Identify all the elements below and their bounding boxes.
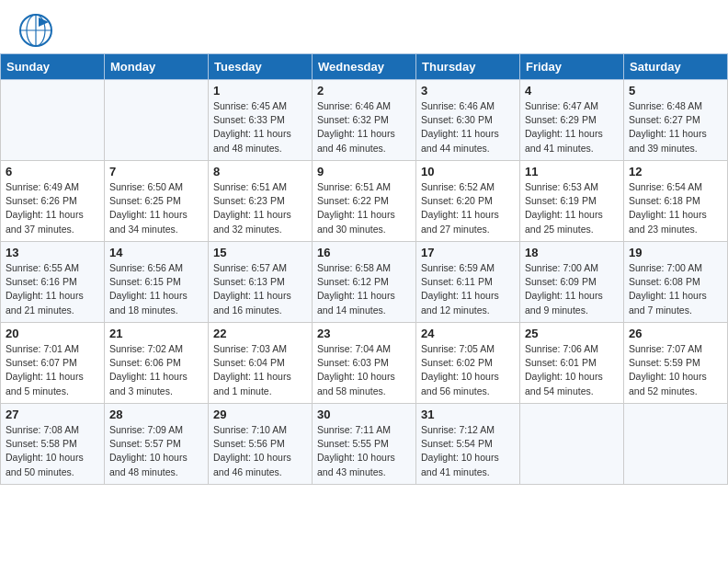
day-info: Sunset: 6:02 PM (421, 356, 515, 370)
day-info: Sunset: 5:59 PM (629, 356, 722, 370)
calendar-day: 21Sunrise: 7:02 AMSunset: 6:06 PMDayligh… (105, 323, 209, 404)
calendar-empty (1, 80, 105, 161)
day-number: 24 (421, 327, 515, 340)
day-info: Sunrise: 6:56 AM (109, 261, 203, 275)
calendar-day: 1Sunrise: 6:45 AMSunset: 6:33 PMDaylight… (209, 80, 313, 161)
calendar-day: 13Sunrise: 6:55 AMSunset: 6:16 PMDayligh… (1, 242, 105, 323)
day-number: 20 (6, 327, 99, 340)
calendar-day: 2Sunrise: 6:46 AMSunset: 6:32 PMDaylight… (313, 80, 416, 161)
calendar-day: 23Sunrise: 7:04 AMSunset: 6:03 PMDayligh… (313, 323, 416, 404)
day-info: Sunrise: 7:09 AM (109, 423, 203, 437)
calendar-day: 24Sunrise: 7:05 AMSunset: 6:02 PMDayligh… (416, 323, 520, 404)
day-info: Sunset: 6:33 PM (213, 113, 307, 127)
calendar-day: 12Sunrise: 6:54 AMSunset: 6:18 PMDayligh… (624, 161, 728, 242)
day-info: Daylight: 10 hours and 46 minutes. (213, 451, 307, 478)
day-number: 26 (629, 327, 722, 340)
calendar-day: 6Sunrise: 6:49 AMSunset: 6:26 PMDaylight… (1, 161, 105, 242)
calendar-day: 31Sunrise: 7:12 AMSunset: 5:54 PMDayligh… (416, 404, 520, 485)
day-number: 22 (213, 327, 307, 340)
day-number: 29 (213, 408, 307, 421)
day-number: 19 (629, 246, 722, 259)
logo (18, 13, 57, 48)
calendar-empty (520, 404, 624, 485)
day-info: Sunrise: 6:52 AM (421, 180, 515, 194)
calendar-day: 26Sunrise: 7:07 AMSunset: 5:59 PMDayligh… (624, 323, 728, 404)
day-info: Daylight: 11 hours and 25 minutes. (525, 208, 619, 236)
day-of-week-header: Friday (520, 54, 624, 80)
day-info: Sunrise: 6:55 AM (6, 261, 99, 275)
day-info: Sunset: 6:18 PM (629, 194, 722, 208)
calendar-day: 30Sunrise: 7:11 AMSunset: 5:55 PMDayligh… (313, 404, 416, 485)
day-info: Daylight: 11 hours and 37 minutes. (6, 208, 99, 236)
day-info: Sunset: 6:22 PM (317, 194, 411, 208)
day-info: Daylight: 11 hours and 23 minutes. (629, 208, 722, 236)
calendar-day: 22Sunrise: 7:03 AMSunset: 6:04 PMDayligh… (209, 323, 313, 404)
calendar-day: 15Sunrise: 6:57 AMSunset: 6:13 PMDayligh… (209, 242, 313, 323)
day-info: Daylight: 11 hours and 44 minutes. (421, 127, 515, 155)
header (0, 0, 728, 53)
day-info: Sunrise: 6:45 AM (213, 99, 307, 113)
day-number: 12 (629, 165, 722, 178)
day-info: Sunset: 5:54 PM (421, 437, 515, 451)
day-info: Sunset: 6:19 PM (525, 194, 619, 208)
day-info: Sunrise: 7:04 AM (317, 342, 411, 356)
day-info: Sunrise: 7:01 AM (6, 342, 99, 356)
day-info: Sunset: 6:11 PM (421, 275, 515, 289)
day-number: 7 (109, 165, 203, 178)
day-number: 28 (109, 408, 203, 421)
calendar-day: 10Sunrise: 6:52 AMSunset: 6:20 PMDayligh… (416, 161, 520, 242)
day-info: Sunset: 6:07 PM (6, 356, 99, 370)
calendar-week-row: 13Sunrise: 6:55 AMSunset: 6:16 PMDayligh… (1, 242, 728, 323)
day-info: Sunrise: 7:12 AM (421, 423, 515, 437)
day-info: Daylight: 11 hours and 41 minutes. (525, 127, 619, 155)
day-info: Sunrise: 7:05 AM (421, 342, 515, 356)
day-info: Daylight: 11 hours and 9 minutes. (525, 289, 619, 316)
day-info: Sunset: 6:20 PM (421, 194, 515, 208)
day-number: 30 (317, 408, 411, 421)
day-info: Daylight: 11 hours and 27 minutes. (421, 208, 515, 236)
day-info: Sunrise: 7:00 AM (629, 261, 722, 275)
day-info: Sunset: 6:08 PM (629, 275, 722, 289)
day-info: Daylight: 11 hours and 46 minutes. (317, 127, 411, 155)
day-number: 2 (317, 84, 411, 98)
day-info: Sunset: 6:29 PM (525, 113, 619, 127)
calendar-day: 3Sunrise: 6:46 AMSunset: 6:30 PMDaylight… (416, 80, 520, 161)
day-number: 5 (629, 84, 722, 98)
day-info: Sunrise: 7:06 AM (525, 342, 619, 356)
day-info: Daylight: 11 hours and 3 minutes. (109, 370, 203, 397)
day-info: Sunset: 5:56 PM (213, 437, 307, 451)
day-info: Sunrise: 6:47 AM (525, 99, 619, 113)
day-info: Sunset: 6:09 PM (525, 275, 619, 289)
day-info: Sunrise: 6:46 AM (317, 99, 411, 113)
day-info: Sunset: 6:32 PM (317, 113, 411, 127)
day-info: Daylight: 10 hours and 48 minutes. (109, 451, 203, 478)
day-of-week-header: Thursday (416, 54, 520, 80)
day-number: 3 (421, 84, 515, 98)
calendar-day: 4Sunrise: 6:47 AMSunset: 6:29 PMDaylight… (520, 80, 624, 161)
day-of-week-header: Wednesday (313, 54, 416, 80)
day-info: Sunset: 5:58 PM (6, 437, 99, 451)
day-number: 9 (317, 165, 411, 178)
day-info: Sunrise: 6:51 AM (213, 180, 307, 194)
day-number: 4 (525, 84, 619, 98)
day-number: 10 (421, 165, 515, 178)
calendar-day: 27Sunrise: 7:08 AMSunset: 5:58 PMDayligh… (1, 404, 105, 485)
day-info: Daylight: 11 hours and 34 minutes. (109, 208, 203, 236)
day-info: Daylight: 11 hours and 1 minute. (213, 370, 307, 397)
day-info: Sunset: 6:25 PM (109, 194, 203, 208)
day-info: Daylight: 10 hours and 50 minutes. (6, 451, 99, 478)
day-number: 25 (525, 327, 619, 340)
day-of-week-header: Sunday (1, 54, 105, 80)
day-info: Sunset: 6:04 PM (213, 356, 307, 370)
day-info: Sunset: 6:12 PM (317, 275, 411, 289)
day-info: Sunset: 6:06 PM (109, 356, 203, 370)
day-info: Sunset: 6:27 PM (629, 113, 722, 127)
calendar-day: 29Sunrise: 7:10 AMSunset: 5:56 PMDayligh… (209, 404, 313, 485)
day-number: 17 (421, 246, 515, 259)
day-info: Sunset: 6:01 PM (525, 356, 619, 370)
calendar-day: 20Sunrise: 7:01 AMSunset: 6:07 PMDayligh… (1, 323, 105, 404)
calendar-day: 18Sunrise: 7:00 AMSunset: 6:09 PMDayligh… (520, 242, 624, 323)
day-info: Sunrise: 7:07 AM (629, 342, 722, 356)
day-of-week-header: Saturday (624, 54, 728, 80)
day-info: Daylight: 11 hours and 32 minutes. (213, 208, 307, 236)
